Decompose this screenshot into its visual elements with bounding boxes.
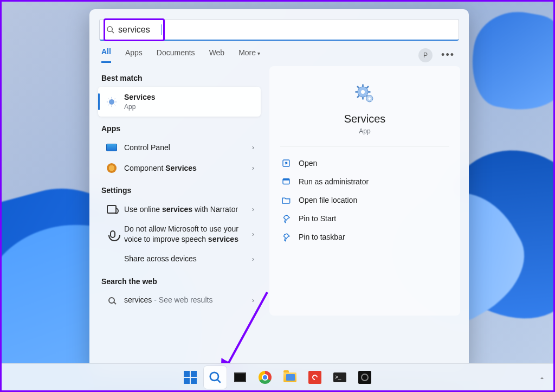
action-label: Open [299, 159, 317, 168]
chevron-right-icon: › [252, 144, 257, 151]
taskbar-chrome-button[interactable] [254, 366, 276, 389]
taskbar-task-view-button[interactable] [229, 366, 251, 389]
svg-rect-17 [283, 179, 289, 181]
services-gear-icon [106, 96, 118, 108]
snip-icon [308, 371, 321, 384]
preview-subtitle: App [280, 127, 449, 135]
chevron-right-icon: › [252, 255, 257, 263]
action-pin-taskbar[interactable]: Pin to taskbar [280, 228, 449, 246]
divider [280, 146, 449, 146]
annotation-highlight [104, 18, 165, 41]
result-narrator-services[interactable]: Use online services with Narrator › [98, 199, 261, 220]
result-web-search[interactable]: services - See web results › [98, 290, 261, 311]
blank-icon [106, 253, 118, 265]
tab-web[interactable]: Web [209, 48, 225, 62]
chevron-right-icon: › [252, 164, 257, 172]
component-services-icon [106, 162, 118, 174]
result-component-services[interactable]: Component Services › [98, 158, 261, 178]
microphone-icon [106, 228, 118, 240]
search-box[interactable] [99, 19, 459, 41]
taskbar-file-explorer-button[interactable] [279, 366, 301, 389]
action-open-location[interactable]: Open file location [280, 191, 449, 209]
action-label: Run as administrator [299, 177, 369, 186]
chevron-down-icon: ▾ [257, 50, 260, 56]
more-options-button[interactable]: ••• [439, 49, 457, 61]
svg-point-4 [361, 90, 365, 94]
taskbar-tray-chevron[interactable]: ⌃ [539, 376, 545, 384]
result-title: Do not allow Microsoft to use your voice… [124, 224, 252, 245]
filter-tabs: All Apps Documents Web More▾ P ••• [89, 41, 469, 63]
control-panel-icon [106, 142, 118, 153]
svg-line-20 [217, 380, 221, 383]
svg-point-19 [210, 372, 218, 380]
search-bar-container [89, 9, 469, 41]
svg-line-12 [367, 86, 369, 88]
action-run-admin[interactable]: Run as administrator [280, 172, 449, 191]
svg-point-0 [107, 27, 112, 31]
chevron-right-icon: › [252, 297, 257, 304]
obs-icon [358, 371, 371, 384]
section-label-apps: Apps [98, 117, 261, 137]
folder-icon [283, 372, 296, 382]
result-title: Control Panel [124, 143, 252, 153]
svg-line-9 [357, 86, 359, 88]
tab-more[interactable]: More▾ [238, 48, 260, 62]
action-label: Pin to taskbar [299, 233, 345, 241]
result-speech-services[interactable]: Do not allow Microsoft to use your voice… [98, 220, 261, 249]
search-flyout: All Apps Documents Web More▾ P ••• Best … [89, 9, 469, 371]
section-label-best-match: Best match [98, 66, 261, 87]
narrator-icon [106, 203, 118, 215]
results-column: Best match Services App Apps Control Pan… [98, 66, 266, 361]
result-title: Share across devices [124, 254, 252, 264]
result-control-panel[interactable]: Control Panel › [98, 137, 261, 158]
tab-apps[interactable]: Apps [125, 48, 143, 62]
result-subtitle: App [124, 102, 257, 111]
search-input[interactable] [118, 25, 162, 35]
preview-pane: Services App Open Run as administrator O… [269, 66, 460, 316]
chrome-icon [259, 371, 272, 384]
pin-icon [281, 232, 291, 242]
section-label-settings: Settings [98, 178, 261, 199]
task-view-icon [234, 372, 246, 382]
svg-point-14 [369, 98, 371, 100]
svg-point-2 [109, 99, 114, 104]
chevron-right-icon: › [252, 230, 257, 238]
search-icon [106, 25, 115, 34]
section-label-web: Search the web [98, 269, 261, 290]
search-icon [106, 294, 118, 306]
windows-icon [184, 371, 197, 384]
action-pin-start[interactable]: Pin to Start [280, 209, 449, 228]
result-share-devices[interactable]: Share across devices › [98, 249, 261, 269]
chevron-right-icon: › [252, 205, 257, 213]
result-best-match[interactable]: Services App [98, 87, 261, 117]
open-icon [281, 158, 291, 168]
result-title: Component Services [124, 163, 252, 173]
svg-line-11 [357, 96, 359, 98]
wallpaper-shape [464, 5, 555, 118]
taskbar: >_ ⌃ [2, 363, 553, 390]
preview-title: Services [280, 113, 449, 125]
svg-line-1 [112, 31, 114, 33]
pin-icon [281, 214, 291, 223]
taskbar-search-button[interactable] [204, 366, 227, 389]
result-title: services - See web results [124, 295, 252, 305]
result-title: Services [124, 93, 156, 101]
action-open[interactable]: Open [280, 154, 449, 172]
tab-documents[interactable]: Documents [157, 48, 195, 62]
taskbar-terminal-button[interactable]: >_ [328, 366, 351, 389]
taskbar-snip-button[interactable] [304, 366, 326, 389]
search-icon [208, 370, 222, 384]
folder-icon [281, 195, 291, 205]
action-label: Pin to Start [299, 214, 336, 223]
text-cursor [162, 24, 162, 35]
taskbar-obs-button[interactable] [353, 366, 376, 389]
services-gear-icon [353, 82, 376, 105]
result-title: Use online services with Narrator [124, 204, 252, 215]
account-avatar[interactable]: P [418, 48, 433, 62]
taskbar-start-button[interactable] [179, 366, 202, 389]
tab-all[interactable]: All [101, 47, 111, 63]
action-label: Open file location [299, 196, 357, 204]
terminal-icon: >_ [333, 372, 346, 382]
shield-icon [281, 177, 291, 187]
